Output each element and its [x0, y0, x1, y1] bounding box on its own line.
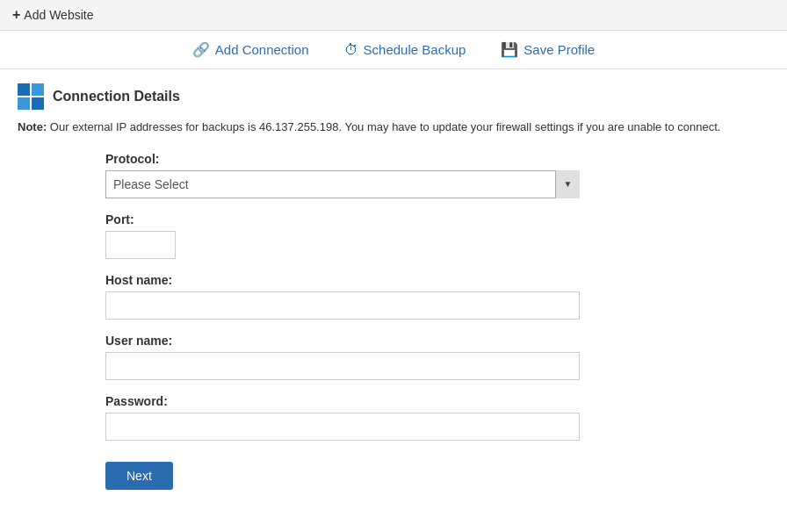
save-icon: 💾	[501, 41, 518, 58]
windows-logo-icon	[18, 83, 44, 110]
logo-tile-2	[32, 83, 44, 96]
port-input[interactable]	[105, 231, 176, 259]
hostname-group: Host name:	[105, 273, 769, 320]
hostname-label: Host name:	[105, 273, 769, 287]
logo-tile-4	[32, 97, 44, 110]
note-body: Our external IP addresses for backups is…	[50, 120, 721, 133]
protocol-group: Protocol: Please Select FTP SFTP SCP Web…	[105, 152, 769, 198]
note-prefix: Note:	[18, 120, 47, 133]
nav-schedule-backup[interactable]: ⏱ Schedule Backup	[344, 42, 466, 58]
main-content: Connection Details Note: Our external IP…	[0, 69, 787, 504]
password-input[interactable]	[105, 413, 580, 441]
logo-tile-1	[18, 83, 30, 96]
username-label: User name:	[105, 334, 769, 348]
protocol-select[interactable]: Please Select FTP SFTP SCP WebDAV	[105, 170, 580, 198]
port-group: Port:	[105, 212, 769, 259]
note-text: Note: Our external IP addresses for back…	[18, 119, 769, 136]
link-icon: 🔗	[192, 41, 210, 58]
top-bar: + Add Website	[0, 0, 787, 31]
nav-bar: 🔗 Add Connection ⏱ Schedule Backup 💾 Sav…	[0, 31, 787, 69]
username-input[interactable]	[105, 352, 580, 380]
plus-icon: +	[12, 7, 20, 23]
add-website-button[interactable]: + Add Website	[12, 7, 93, 23]
next-button[interactable]: Next	[105, 462, 173, 490]
port-label: Port:	[105, 212, 769, 226]
section-title: Connection Details	[53, 89, 180, 104]
password-group: Password:	[105, 394, 769, 441]
protocol-select-wrapper: Please Select FTP SFTP SCP WebDAV ▼	[105, 170, 580, 198]
password-label: Password:	[105, 394, 769, 408]
section-header: Connection Details	[18, 83, 769, 110]
protocol-label: Protocol:	[105, 152, 769, 166]
add-website-label: Add Website	[24, 8, 93, 22]
nav-save-profile[interactable]: 💾 Save Profile	[501, 41, 595, 58]
nav-schedule-backup-label: Schedule Backup	[364, 42, 466, 57]
logo-tile-3	[18, 97, 30, 110]
clock-icon: ⏱	[344, 42, 358, 58]
nav-add-connection-label: Add Connection	[215, 42, 309, 57]
nav-save-profile-label: Save Profile	[523, 42, 595, 57]
nav-add-connection[interactable]: 🔗 Add Connection	[192, 41, 309, 58]
username-group: User name:	[105, 334, 769, 380]
hostname-input[interactable]	[105, 291, 580, 320]
